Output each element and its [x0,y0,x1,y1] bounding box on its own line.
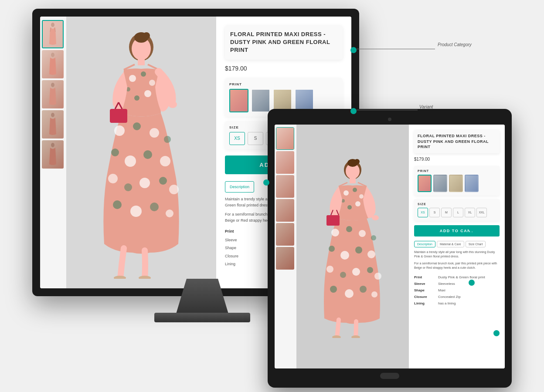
tablet-print-option-4[interactable] [465,175,479,192]
tablet-product-title: FLORAL PRINTED MAXI DRESS - DUSTY PINK A… [414,130,500,153]
tablet-size-label: SIZE [418,203,496,206]
tablet-desc-tab-1[interactable]: Description [414,241,435,247]
svg-point-30 [159,177,167,185]
svg-point-72 [360,286,367,293]
svg-point-29 [139,178,150,188]
svg-point-15 [149,80,155,86]
svg-point-4 [51,143,54,147]
svg-point-19 [114,125,125,136]
tablet-desc-text-2: For a semiformal brunch look, pair this … [414,261,500,270]
svg-point-71 [345,289,354,298]
tablet-print-option-1[interactable] [418,175,432,192]
annotation-dot-4 [469,226,475,232]
tablet-size-s[interactable]: S [429,208,440,217]
svg-point-27 [108,174,118,183]
dress-model-svg [80,26,202,279]
svg-point-25 [143,150,152,159]
thumbnail-2[interactable] [42,50,64,78]
svg-point-40 [168,101,177,108]
monitor-size-s[interactable]: S [248,132,263,145]
tablet-size-xl[interactable]: XL [465,208,475,217]
svg-point-55 [355,201,360,206]
tablet-desc-tab-3[interactable]: Size Chart [466,241,486,247]
tablet-size-xs[interactable]: XS [418,208,428,217]
tablet-desc-tab-2[interactable]: Material & Care [437,241,464,247]
tablet-print-option-3[interactable] [449,175,463,192]
tablet-size-options: XS S M L XL XXL [418,208,496,217]
tablet-thumb-4[interactable] [276,199,294,222]
tablet-thumb-3[interactable] [276,175,294,198]
dress-icon-3 [48,82,57,106]
svg-point-13 [129,75,136,82]
svg-point-34 [150,203,159,211]
tablet-product-info: FLORAL PRINTED MAXI DRESS - DUSTY PINK A… [409,125,505,368]
tablet-size-l[interactable]: L [453,208,463,217]
dress-icon-1 [48,22,57,46]
tablet-dress-display [296,125,409,368]
annotation-dot-6 [493,330,500,336]
spec-row-print: Print Dusty Pink & Green floral print [414,274,500,280]
annotation-line-2 [357,110,418,110]
svg-point-63 [355,247,362,253]
svg-point-22 [164,136,171,143]
tablet-size-xxl[interactable]: XXL [476,208,487,217]
monitor-desc-tab[interactable]: Description [225,181,254,193]
tablet-thumb-6[interactable] [276,247,294,270]
monitor-main-image [66,17,216,288]
tablet-size-m[interactable]: M [441,208,452,217]
tablet-main-image [296,125,409,368]
svg-point-23 [111,149,119,156]
dress-icon-5 [48,142,57,166]
spec-row-shape: Shape Maxi [414,287,500,294]
spec-row-closure: Closure Concealed Zip [414,294,500,300]
svg-point-21 [150,128,159,138]
monitor-product-price: $179.00 [225,65,343,72]
svg-point-31 [169,185,179,194]
thumbnail-5[interactable] [42,140,64,169]
svg-point-78 [372,215,379,220]
thumbnail-4[interactable] [42,110,64,139]
svg-rect-10 [138,58,145,65]
spec-sleeve-label: Sleeve [414,280,438,287]
spec-lining-val: has a lining [438,300,500,307]
tablet-print-option-2[interactable] [433,175,447,192]
monitor-thumbnails [40,17,66,288]
tablet-print-label: PRINT [418,169,496,172]
annotation-label-1: Product Category [438,42,472,48]
svg-point-51 [343,190,349,196]
monitor-size-xs[interactable]: XS [229,132,245,145]
thumbnail-1[interactable] [42,20,64,48]
svg-point-61 [329,246,335,252]
tablet-thumb-5[interactable] [276,223,294,246]
spec-print-val: Dusty Pink & Green floral print [438,274,500,280]
svg-point-64 [367,250,375,258]
monitor-print-option-1[interactable] [229,89,248,112]
monitor-product-title: FLORAL PRINTED MAXI DRESS - DUSTY PINK A… [225,25,343,60]
svg-point-24 [125,155,136,167]
svg-point-59 [359,230,366,237]
svg-point-73 [371,291,377,297]
svg-point-66 [340,272,346,278]
tablet-thumb-1[interactable] [276,127,294,150]
tablet-camera [388,118,391,121]
spec-row-sleeve: Sleeve Sleeveless [414,280,500,287]
annotation-dot-3 [263,179,269,186]
tablet-home-button[interactable] [380,373,399,379]
annotation-line-1 [357,49,435,49]
tablet-add-to-cart-button[interactable]: ADD TO CART [414,225,500,237]
svg-point-0 [51,23,54,27]
tablet-desc-text-1: Maintain a trendy style all year long wi… [414,250,500,259]
annotation-label-2: Variant [419,105,433,109]
tablet-product-price: $179.00 [414,157,500,162]
monitor-print-option-2[interactable] [251,89,270,112]
tablet-print-options [418,175,496,192]
svg-point-33 [130,206,142,217]
svg-point-56 [347,205,352,210]
tablet-desc-tabs: Description Material & Care Size Chart [414,241,500,247]
tablet-spec-table: Print Dusty Pink & Green floral print Sl… [414,274,500,307]
thumbnail-3[interactable] [42,80,64,108]
spec-row-lining: Lining has a lining [414,300,500,307]
tablet-thumb-2[interactable] [276,151,294,174]
svg-point-35 [166,210,173,217]
spec-closure-val: Concealed Zip [438,294,500,300]
